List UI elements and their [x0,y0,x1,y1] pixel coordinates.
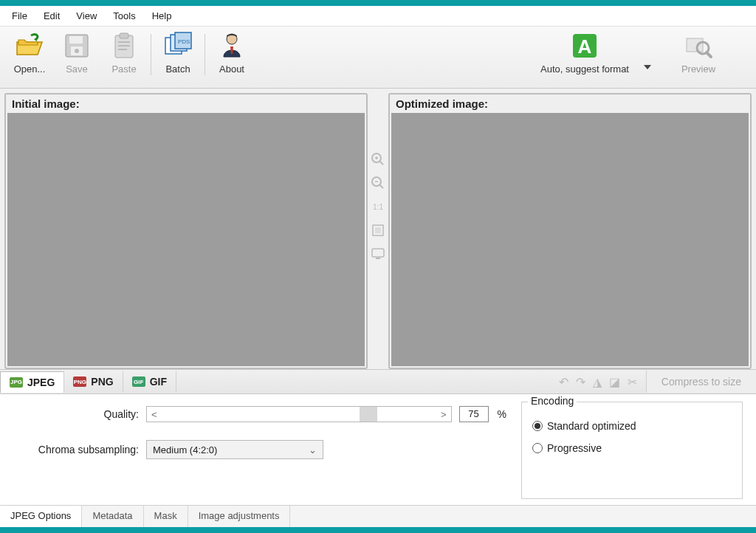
about-label: About [219,63,244,75]
fit-window-icon[interactable] [371,223,385,238]
zoom-out-icon[interactable] [371,176,385,190]
optimized-image-canvas[interactable] [391,113,749,366]
tab-mask[interactable]: Mask [144,506,188,527]
crop-icon[interactable]: ✂ [628,375,637,389]
format-tabs: JPG JPEG PNG PNG GIF GIF ↶ ↷ ◮ ◪ ✂ Compr… [0,369,756,394]
zoom-actual-icon[interactable]: 1:1 [371,199,385,214]
bottom-tabs: JPEG Options Metadata Mask Image adjustm… [0,505,756,527]
about-button[interactable]: About [208,31,255,83]
svg-line-24 [379,185,383,188]
auto-format-button[interactable]: A Auto, suggest format [526,31,644,83]
compress-to-size-button: Compress to size [646,371,756,393]
batch-button[interactable]: PDS Batch [154,31,202,83]
svg-text:A: A [578,35,592,58]
fit-screen-icon[interactable] [371,247,385,261]
jpeg-options-panel: Quality: < > 75 % Chroma subsampling: Me… [0,394,756,505]
auto-a-icon: A [570,31,599,61]
clipboard-icon [109,31,139,61]
tab-png-label: PNG [91,376,113,388]
png-badge-icon: PNG [73,376,86,387]
menu-tools[interactable]: Tools [106,8,142,24]
jpeg-badge-icon: JPG [10,377,23,388]
save-label: Save [66,63,88,75]
svg-line-20 [379,161,383,165]
tab-gif[interactable]: GIF GIF [123,371,176,392]
encoding-standard-radio[interactable]: Standard optimized [532,420,732,432]
svg-rect-1 [69,36,83,44]
tab-gif-label: GIF [150,376,167,388]
menu-help[interactable]: Help [145,8,179,24]
chevron-down-icon: ⌄ [309,444,317,455]
auto-format-label: Auto, suggest format [540,63,629,75]
paste-button: Paste [100,31,148,83]
menu-edit[interactable]: Edit [36,8,67,24]
encoding-legend: Encoding [528,395,577,407]
tab-jpeg-options[interactable]: JPEG Options [0,506,82,527]
person-icon [217,31,247,61]
preview-label: Preview [681,63,715,75]
tab-image-adjustments[interactable]: Image adjustments [188,506,291,527]
svg-rect-16 [687,38,703,52]
svg-rect-29 [376,258,380,259]
menu-file[interactable]: File [4,8,35,24]
zoom-tools: 1:1 [368,93,388,369]
open-button[interactable]: Open... [6,31,53,83]
gif-badge-icon: GIF [132,376,145,387]
svg-rect-6 [118,41,130,43]
main-toolbar: Open... Save [0,27,756,89]
svg-text:PDS: PDS [178,38,190,45]
chroma-label: Chroma subsampling: [13,444,139,455]
flip-horizontal-icon[interactable]: ◮ [593,375,602,389]
preview-button: Preview [669,31,728,83]
save-button: Save [53,31,100,83]
tab-png[interactable]: PNG PNG [64,371,123,392]
floppy-disk-icon [62,31,92,61]
encoding-progressive-radio[interactable]: Progressive [532,442,732,454]
window-titlebar [0,0,756,6]
svg-line-18 [707,52,711,57]
chroma-subsampling-select[interactable]: Medium (4:2:0) ⌄ [146,440,323,459]
paste-label: Paste [111,63,136,75]
tab-jpeg-label: JPEG [27,376,55,388]
image-panels: Initial image: 1:1 Optimized image: [0,89,756,369]
batch-images-icon: PDS [163,31,193,61]
menu-view[interactable]: View [69,8,104,24]
menubar: File Edit View Tools Help [0,6,756,27]
quality-value-input[interactable]: 75 [459,406,489,422]
svg-rect-5 [120,33,128,38]
optimized-image-panel: Optimized image: [388,93,752,369]
svg-rect-28 [372,249,384,257]
encoding-group: Encoding Standard optimized Progressive [521,402,743,499]
initial-image-title: Initial image: [6,94,366,113]
quality-label: Quality: [13,408,139,420]
svg-rect-27 [375,227,381,233]
svg-point-3 [75,49,79,53]
window-bottombar [0,527,756,533]
encoding-progressive-label: Progressive [547,442,602,454]
encoding-standard-label: Standard optimized [547,420,636,432]
quality-slider[interactable]: < > [146,406,452,422]
flip-vertical-icon[interactable]: ◪ [609,375,620,389]
slider-thumb[interactable] [360,407,377,422]
batch-label: Batch [165,63,190,75]
tab-metadata[interactable]: Metadata [82,506,143,527]
zoom-in-icon[interactable] [371,152,385,167]
tab-jpeg[interactable]: JPG JPEG [0,371,64,393]
svg-rect-7 [118,45,130,47]
toolbar-separator [205,34,205,75]
redo-icon[interactable]: ↷ [576,375,585,389]
svg-rect-8 [118,49,127,50]
initial-image-canvas[interactable] [7,113,365,366]
chroma-value: Medium (4:2:0) [153,444,217,455]
initial-image-panel: Initial image: [4,93,368,369]
open-label: Open... [14,63,46,75]
folder-open-icon [15,31,44,61]
optimized-image-title: Optimized image: [390,94,750,113]
slider-increment-icon[interactable]: > [441,409,447,420]
percent-label: % [498,408,506,420]
auto-format-dropdown-icon[interactable] [644,65,651,69]
slider-decrement-icon[interactable]: < [151,409,157,420]
magnifier-icon [684,31,713,61]
undo-icon[interactable]: ↶ [559,375,568,389]
toolbar-separator [151,34,151,75]
